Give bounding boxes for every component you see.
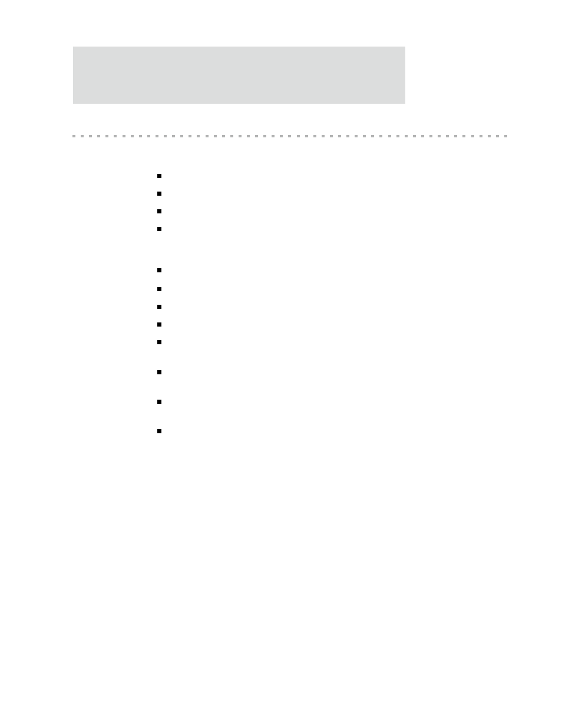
divider-dot [429,135,432,137]
divider-dot [488,135,491,137]
bullet-point [157,400,161,404]
divider-dot [288,135,291,137]
bullet-point [157,209,161,213]
divider-dot [197,135,200,137]
divider-dot [462,135,465,137]
divider-dot [405,135,408,137]
divider-dot [131,135,134,137]
divider-dot [89,135,92,137]
divider-dot [189,135,191,137]
divider-dot [230,135,233,137]
divider-dot [72,135,75,137]
bullet-point [157,429,161,433]
divider-dot [421,135,424,137]
bullet-point [157,268,161,272]
bullet-point [157,287,161,291]
divider-dot [396,135,399,137]
divider-dot [272,135,275,137]
divider-dot [363,135,366,137]
divider-dot [239,135,242,137]
divider-dot [139,135,142,137]
divider-dot [156,135,158,137]
dotted-divider [72,135,507,137]
divider-dot [454,135,457,137]
bullet-point [157,322,161,327]
divider-dot [371,135,374,137]
bullet-point [157,305,161,309]
divider-dot [388,135,391,137]
divider-dot [247,135,250,137]
divider-dot [206,135,209,137]
divider-dot [346,135,349,137]
bullet-point [157,227,161,231]
divider-dot [214,135,217,137]
divider-dot [338,135,341,137]
divider-dot [172,135,175,137]
divider-dot [413,135,416,137]
divider-dot [355,135,358,137]
divider-dot [123,135,125,137]
divider-dot [255,135,258,137]
header-placeholder-box [73,47,405,104]
divider-dot [263,135,266,137]
divider-dot [97,135,100,137]
divider-dot [147,135,150,137]
divider-dot [480,135,482,137]
divider-dot [81,135,84,137]
divider-dot [305,135,308,137]
divider-dot [280,135,283,137]
divider-dot [180,135,183,137]
divider-dot [105,135,108,137]
divider-dot [438,135,441,137]
divider-dot [379,135,382,137]
divider-dot [496,135,499,137]
divider-dot [471,135,474,137]
bullet-point [157,174,161,178]
bullet-point [157,192,161,196]
divider-dot [330,135,333,137]
divider-dot [446,135,449,137]
divider-dot [504,135,507,137]
divider-dot [322,135,325,137]
divider-dot [222,135,225,137]
divider-dot [114,135,117,137]
bullet-point [157,340,161,344]
divider-dot [297,135,300,137]
divider-dot [313,135,316,137]
bullet-point [157,370,161,374]
divider-dot [164,135,167,137]
